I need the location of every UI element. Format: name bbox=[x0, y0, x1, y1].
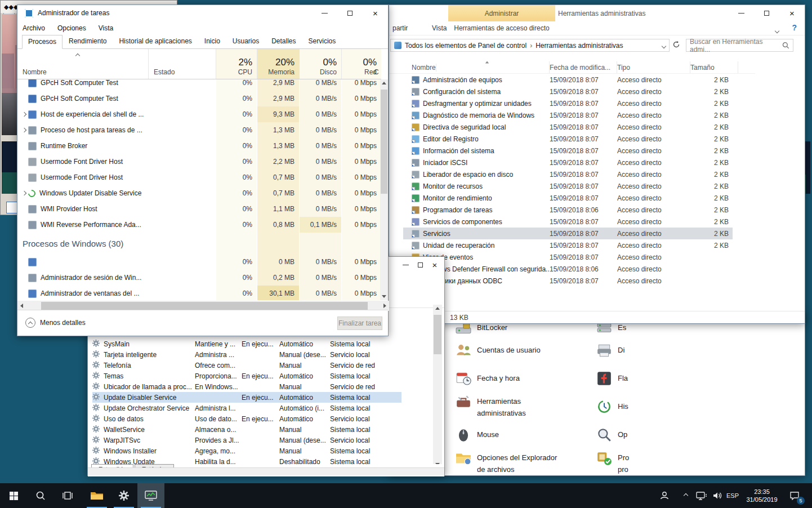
task-manager-taskbar-button[interactable] bbox=[137, 483, 164, 508]
process-row[interactable]: Usermode Font Driver Host0%2,2 MB0 MB/s0… bbox=[17, 154, 381, 170]
file-row[interactable]: Directiva de seguridad local15/09/2018 8… bbox=[403, 121, 733, 133]
close-button[interactable]: × bbox=[363, 5, 388, 21]
tab-detalles[interactable]: Detalles bbox=[265, 34, 302, 48]
menu-opciones[interactable]: Opciones bbox=[57, 24, 86, 32]
control-panel-item[interactable]: Fecha y hora bbox=[456, 371, 520, 386]
maximize-button[interactable] bbox=[337, 5, 363, 21]
minimize-button[interactable] bbox=[729, 5, 754, 21]
file-row[interactable]: Windows Defender Firewall con segurida..… bbox=[403, 263, 733, 275]
minimize-button[interactable] bbox=[398, 258, 413, 271]
menu-archivo[interactable]: Archivo bbox=[23, 24, 45, 32]
clock[interactable]: 23:35 31/05/2019 bbox=[741, 483, 783, 508]
scrollbar-thumb[interactable] bbox=[381, 90, 387, 194]
file-row[interactable]: Información del sistema15/09/2018 8:07Ac… bbox=[403, 145, 733, 157]
refresh-icon[interactable] bbox=[672, 41, 680, 50]
file-row[interactable]: Источники данных ODBC15/09/2018 8:07Acce… bbox=[403, 275, 733, 287]
file-row[interactable]: Configuración del sistema15/09/2018 8:07… bbox=[403, 86, 733, 97]
tab-rendimiento[interactable]: Rendimiento bbox=[63, 34, 113, 48]
vertical-scrollbar[interactable] bbox=[380, 79, 388, 300]
people-icon[interactable] bbox=[657, 483, 672, 508]
services-scrollbar[interactable] bbox=[433, 305, 442, 468]
scroll-up-icon[interactable] bbox=[382, 82, 386, 84]
scrollbar-thumb[interactable] bbox=[434, 315, 441, 354]
minimize-button[interactable] bbox=[312, 5, 337, 21]
scroll-down-icon[interactable] bbox=[382, 295, 386, 298]
end-task-button[interactable]: Finalizar tarea bbox=[337, 317, 382, 330]
process-row[interactable]: Host de experiencia del shell de ...0%9,… bbox=[17, 106, 381, 122]
settings-taskbar-button[interactable] bbox=[110, 483, 137, 508]
ribbon-contextual-tab-administrar[interactable]: Administrar bbox=[448, 5, 555, 21]
task-manager-titlebar[interactable]: Administrador de tareas × bbox=[17, 5, 388, 21]
control-panel-item[interactable]: Propro bbox=[596, 450, 629, 475]
address-dropdown-icon[interactable] bbox=[662, 42, 666, 50]
process-row[interactable]: WMI Reverse Performance Ada...0%0,8 MB0,… bbox=[17, 217, 381, 233]
column-header-estado[interactable]: Estado bbox=[148, 49, 216, 79]
search-input[interactable]: Buscar en Herramientas admi... bbox=[686, 39, 793, 52]
column-header-nombre[interactable]: Nombre bbox=[412, 61, 550, 73]
close-button[interactable]: × bbox=[779, 5, 805, 21]
column-header-disco[interactable]: 0%Disco bbox=[299, 49, 341, 79]
file-row[interactable]: Administración de equipos15/09/2018 8:07… bbox=[403, 74, 733, 86]
maximize-button[interactable] bbox=[413, 258, 427, 271]
control-panel-item[interactable]: Fla bbox=[596, 371, 628, 386]
breadcrumb-segment[interactable]: Todos los elementos de Panel de control bbox=[405, 42, 527, 50]
scroll-right-icon[interactable] bbox=[383, 304, 386, 308]
service-row[interactable]: Uso de datosUso de dato...En ejecu...Aut… bbox=[92, 413, 401, 424]
service-row[interactable]: TemasProporciona...En ejecu...Automático… bbox=[92, 371, 401, 381]
scrollbar-thumb[interactable] bbox=[41, 302, 368, 310]
tab-inicio[interactable]: Inicio bbox=[198, 34, 226, 48]
control-panel-item[interactable]: Op bbox=[596, 427, 627, 443]
service-row[interactable]: WarpJITSvcProvides a Jl...Manual (dese..… bbox=[92, 435, 401, 445]
tab-servicios[interactable]: Servicios bbox=[302, 34, 342, 48]
file-row[interactable]: Programador de tareas15/09/2018 8:06Acce… bbox=[403, 204, 733, 216]
process-row[interactable]: Windows Updater Disable Service0%0,7 MB0… bbox=[17, 185, 381, 201]
column-header-cpu[interactable]: 2%CPU bbox=[216, 49, 257, 79]
action-center-button[interactable]: 5 bbox=[784, 483, 805, 508]
ribbon-group-label[interactable]: Herramientas de acceso directo bbox=[448, 24, 555, 32]
tab-usuarios[interactable]: Usuarios bbox=[226, 34, 265, 48]
tab-procesos[interactable]: Procesos bbox=[22, 35, 63, 49]
language-indicator[interactable]: ESP bbox=[724, 483, 741, 508]
process-row[interactable]: GPcH Soft Computer Test0%2,9 MB0 MB/s0 M… bbox=[17, 79, 381, 91]
process-group-header-row[interactable]: Procesos de Windows (30) bbox=[17, 233, 381, 254]
control-panel-item[interactable]: Opciones del Exploradorde archivos bbox=[456, 450, 557, 475]
close-button[interactable]: × bbox=[427, 258, 442, 271]
start-button[interactable] bbox=[0, 483, 27, 508]
file-row[interactable]: Monitor de recursos15/09/2018 8:07Acceso… bbox=[403, 180, 733, 192]
breadcrumb-segment[interactable]: Herramientas administrativas bbox=[536, 42, 623, 50]
control-panel-item[interactable]: Di bbox=[596, 342, 624, 358]
file-row[interactable]: Unidad de recuperación15/09/2018 8:07Acc… bbox=[403, 239, 733, 251]
ribbon-collapse-chevron-icon[interactable] bbox=[775, 26, 779, 34]
control-panel-item[interactable]: Mouse bbox=[456, 427, 499, 443]
service-row[interactable]: Update Disabler ServiceEn ejecu...Automá… bbox=[92, 392, 401, 403]
menu-vista[interactable]: Vista bbox=[99, 24, 113, 32]
tab-vista[interactable]: Vista bbox=[432, 24, 447, 32]
explorer-titlebar[interactable]: Administrar Herramientas administrativas… bbox=[389, 5, 805, 21]
process-row[interactable]: WMI Provider Host0%1,1 MB0 MB/s0 Mbps bbox=[17, 201, 381, 217]
file-row[interactable]: Diagnóstico de memoria de Windows15/09/2… bbox=[403, 109, 733, 121]
control-panel-item[interactable]: Cuentas de usuario bbox=[456, 342, 541, 358]
tab-historial-de-aplicaciones[interactable]: Historial de aplicaciones bbox=[113, 34, 198, 48]
process-row[interactable]: 0%0 MB0 MB/s0 Mbps bbox=[17, 254, 381, 270]
service-row[interactable]: SysMainMantiene y ...En ejecu...Automáti… bbox=[92, 338, 401, 349]
tray-chevron-up-icon[interactable] bbox=[678, 483, 694, 508]
process-row[interactable]: Usermode Font Driver Host0%0,7 MB0 MB/s0… bbox=[17, 170, 381, 185]
service-row[interactable]: TelefoníaOfrece com...ManualServicio de … bbox=[92, 360, 401, 371]
process-row[interactable]: Proceso de host para tareas de ...0%1,3 … bbox=[17, 122, 381, 138]
file-row[interactable]: Iniciador iSCSI15/09/2018 8:07Acceso dir… bbox=[403, 157, 733, 168]
volume-icon[interactable] bbox=[710, 483, 725, 508]
control-panel-item[interactable]: His bbox=[596, 399, 628, 415]
service-row[interactable]: Windows InstallerAgrega, mo...ManualSist… bbox=[92, 445, 401, 456]
service-row[interactable]: WalletServiceAlmacena o...ManualSistema … bbox=[92, 424, 401, 435]
maximize-button[interactable] bbox=[754, 5, 779, 21]
tab-compartir[interactable]: partir bbox=[392, 24, 408, 32]
help-icon[interactable]: ? bbox=[792, 23, 797, 32]
file-row[interactable]: Servicios de componentes15/09/2018 8:07A… bbox=[403, 216, 733, 228]
less-details-toggle[interactable]: Menos detalles bbox=[25, 318, 86, 328]
control-panel-item[interactable]: Herramientasadministrativas bbox=[456, 394, 526, 419]
column-header-tipo[interactable]: Tipo bbox=[617, 61, 690, 73]
search-button[interactable] bbox=[27, 483, 54, 508]
file-row[interactable]: Monitor de rendimiento15/09/2018 8:07Acc… bbox=[403, 192, 733, 204]
process-row[interactable]: Administrador de sesión de Win...0%0,2 M… bbox=[17, 270, 381, 286]
service-row[interactable]: Tarjeta inteligenteAdministra ...Manual … bbox=[92, 349, 401, 360]
